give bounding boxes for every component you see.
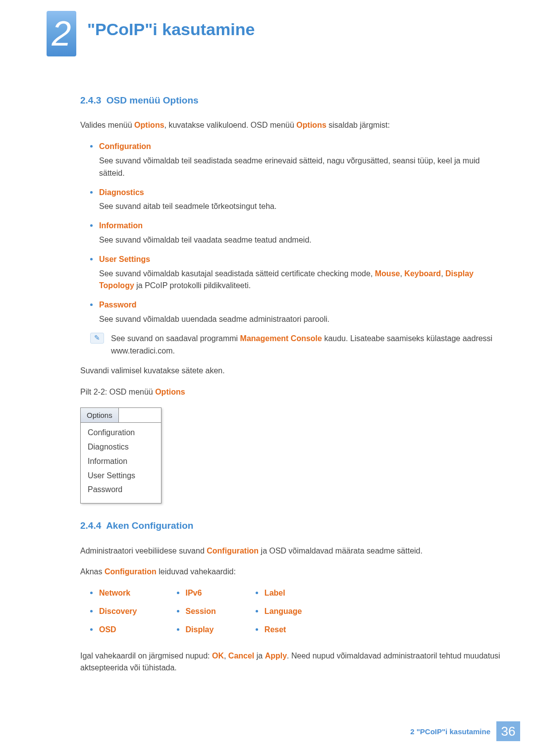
section-title: OSD menüü Options xyxy=(107,95,199,105)
text: Suvandi valimisel kuvatakse sätete aken. xyxy=(80,365,501,377)
text: Administraatori veebiliidese suvand xyxy=(80,547,207,555)
text: Igal vahekaardil on järgmised nupud: xyxy=(80,652,212,660)
text: Aknas xyxy=(80,567,105,576)
note: ✎ See suvand on saadaval programmi Manag… xyxy=(90,333,501,357)
text: leiduvad vahekaardid: xyxy=(157,567,236,576)
kw-cancel: Cancel xyxy=(228,652,254,660)
kw-options: Options xyxy=(296,121,326,129)
section-heading-244: 2.4.4 Aken Configuration xyxy=(80,518,501,533)
item-desc: See suvand võimaldab kasutajal seadistad… xyxy=(99,268,501,293)
list-item: Password See suvand võimaldab uuendada s… xyxy=(90,299,501,326)
tab-item: Network xyxy=(90,587,137,600)
tab-label: IPv6 xyxy=(186,589,202,597)
options-list: Configuration See suvand võimaldab teil … xyxy=(90,141,501,326)
text: , xyxy=(400,269,404,278)
tab-item: IPv6 xyxy=(177,587,216,600)
tab-label: OSD xyxy=(99,625,116,634)
intro-paragraph: Valides menüü Options, kuvatakse valikul… xyxy=(80,119,501,132)
item-desc: See suvand aitab teil seadmele tõrkeotsi… xyxy=(99,201,501,213)
footer-text: 2 "PCoIP"i kasutamine xyxy=(410,727,496,736)
tab-label: Discovery xyxy=(99,607,137,615)
item-desc: See suvand võimaldab teil seadistada sea… xyxy=(99,155,501,180)
note-text: See suvand on saadaval programmi Managem… xyxy=(111,333,501,357)
text: Aknas Configuration leiduvad vahekaardid… xyxy=(80,566,501,578)
list-item: Information See suvand võimaldab teil va… xyxy=(90,220,501,247)
item-desc: See suvand võimaldab uuendada seadme adm… xyxy=(99,313,501,326)
text: See suvand on saadaval programmi xyxy=(111,334,240,343)
menu-item: Password xyxy=(88,483,154,497)
text: , xyxy=(224,652,228,660)
tab-label: Session xyxy=(186,607,216,615)
kw-management-console: Management Console xyxy=(240,334,322,343)
tab-item: Display xyxy=(177,624,216,636)
kw-apply: Apply xyxy=(265,652,287,660)
tab-item: Label xyxy=(256,587,302,600)
text: sisaldab järgmist: xyxy=(326,121,390,129)
menu-items: Configuration Diagnostics Information Us… xyxy=(81,422,161,503)
tab-label: Label xyxy=(265,589,285,597)
tab-item: Session xyxy=(177,605,216,618)
item-title: Password xyxy=(99,299,501,311)
text: , kuvatakse valikuloend. OSD menüü xyxy=(164,121,297,129)
page-footer: 2 "PCoIP"i kasutamine 36 xyxy=(410,721,520,741)
note-icon: ✎ xyxy=(90,333,104,344)
section-title: Aken Configuration xyxy=(106,520,193,531)
item-title: User Settings xyxy=(99,253,501,266)
tab-item: Discovery xyxy=(90,605,137,618)
item-desc: See suvand võimaldab teil vaadata seadme… xyxy=(99,234,501,247)
section-num: 2.4.4 xyxy=(80,520,101,531)
menu-item: Configuration xyxy=(88,426,154,440)
text: ja xyxy=(254,652,265,660)
text: ja OSD võimaldavad määrata seadme sättei… xyxy=(259,547,423,555)
chapter-number: 2 xyxy=(52,14,71,53)
text: Administraatori veebiliidese suvand Conf… xyxy=(80,545,501,557)
kw-ok: OK xyxy=(212,652,224,660)
text: See suvand võimaldab kasutajal seadistad… xyxy=(99,269,375,278)
tab-label: Display xyxy=(186,625,214,634)
menu-item: Information xyxy=(88,454,154,469)
tab-label: Network xyxy=(99,589,130,597)
kw-configuration: Configuration xyxy=(207,547,259,555)
section-heading-243: 2.4.3 OSD menüü Options xyxy=(80,93,501,107)
tab-label: Language xyxy=(265,607,302,615)
tabs-col-1: Network Discovery OSD xyxy=(90,587,137,642)
chapter-number-tab: 2 xyxy=(47,11,76,56)
tabs-col-2: IPv6 Session Display xyxy=(177,587,216,642)
tabs-columns: Network Discovery OSD IPv6 Session Displ… xyxy=(90,587,501,642)
tab-label: Reset xyxy=(265,625,286,634)
text: Valides menüü xyxy=(80,121,134,129)
section-num: 2.4.3 xyxy=(80,95,101,105)
page-content: 2.4.3 OSD menüü Options Valides menüü Op… xyxy=(80,93,501,683)
menu-tab: Options xyxy=(80,407,119,422)
tab-item: Language xyxy=(256,605,302,618)
figure-caption: Pilt 2-2: OSD menüü Options xyxy=(80,386,501,399)
page-number: 36 xyxy=(496,721,520,741)
tabs-col-3: Label Language Reset xyxy=(256,587,302,642)
item-title: Diagnostics xyxy=(99,187,501,199)
kw-configuration: Configuration xyxy=(105,567,157,576)
text: Igal vahekaardil on järgmised nupud: OK,… xyxy=(80,650,501,675)
list-item: Configuration See suvand võimaldab teil … xyxy=(90,141,501,179)
menu-item: Diagnostics xyxy=(88,440,154,454)
kw-options: Options xyxy=(155,388,185,396)
item-title: Information xyxy=(99,220,501,232)
options-menu-screenshot: Options Configuration Diagnostics Inform… xyxy=(80,407,161,504)
kw-keyboard: Keyboard xyxy=(404,269,441,278)
list-item: User Settings See suvand võimaldab kasut… xyxy=(90,253,501,292)
item-title: Configuration xyxy=(99,141,501,153)
text: ja PCoIP protokolli pildikvaliteeti. xyxy=(134,281,251,290)
kw-mouse: Mouse xyxy=(375,269,400,278)
text: , xyxy=(441,269,445,278)
list-item: Diagnostics See suvand aitab teil seadme… xyxy=(90,187,501,213)
tab-item: OSD xyxy=(90,624,137,636)
menu-item: User Settings xyxy=(88,469,154,483)
kw-options: Options xyxy=(134,121,164,129)
tab-item: Reset xyxy=(256,624,302,636)
chapter-title: "PCoIP"i kasutamine xyxy=(87,20,255,39)
text: Pilt 2-2: OSD menüü xyxy=(80,388,155,396)
